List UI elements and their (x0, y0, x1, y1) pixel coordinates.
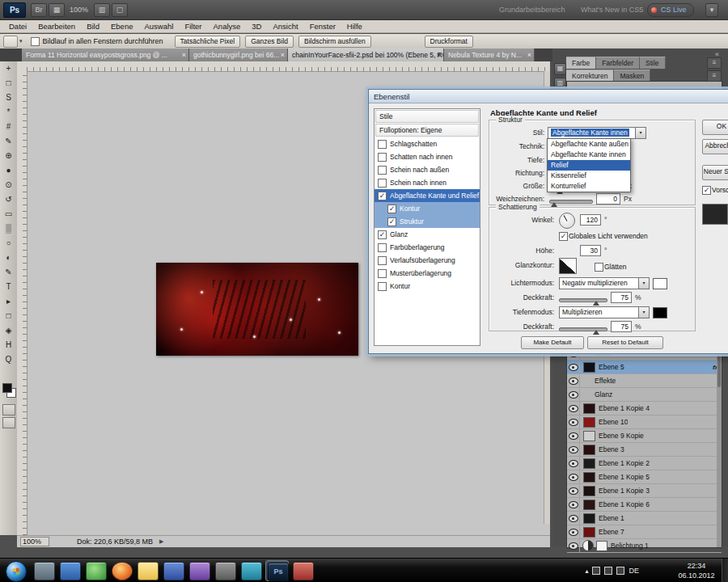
menu-bearbeiten[interactable]: Bearbeiten (32, 22, 81, 31)
highlight-color-swatch[interactable] (653, 278, 667, 289)
taskbar-app-11[interactable] (291, 560, 315, 581)
visibility-toggle[interactable] (567, 498, 580, 511)
tool-gradient[interactable]: ▒ (0, 221, 17, 236)
style-checkbox[interactable] (378, 140, 387, 149)
style-checkbox[interactable]: ✓ (378, 230, 387, 239)
doc-tab-2[interactable]: gothicbunnygirl.png bei 66... × (189, 48, 288, 61)
tool-preset-icon[interactable] (3, 36, 18, 48)
start-button[interactable] (6, 561, 27, 582)
visibility-toggle[interactable] (567, 415, 580, 428)
tab-korrekturen[interactable]: Korrekturen (566, 70, 614, 82)
make-default-button[interactable]: Make Default (521, 336, 584, 349)
tool-eraser[interactable]: ▭ (0, 207, 17, 221)
fill-screen-button[interactable]: Bildschirm ausfüllen (298, 36, 371, 48)
tool-move[interactable]: + (0, 61, 17, 76)
adjustment-icon[interactable] (582, 540, 594, 551)
adjustment-layer-row[interactable]: Belichtung 1 (567, 539, 722, 553)
taskbar-app-6[interactable] (162, 560, 185, 581)
screen-mode-icon[interactable]: ▢ (112, 3, 128, 17)
style-item-inner-shadow[interactable]: Schatten nach innen (375, 150, 480, 163)
layers-scrollbar[interactable] (717, 344, 722, 547)
tool-eyedropper[interactable]: ✎ (0, 134, 17, 149)
style-item-gradient-overlay[interactable]: Verlaufsüberlagerung (375, 254, 480, 267)
layer-thumbnail[interactable] (583, 458, 595, 469)
style-item-pattern-overlay[interactable]: Musterüberlagerung (375, 267, 480, 280)
style-checkbox[interactable]: ✓ (387, 205, 396, 213)
weichzeichnen-value-field[interactable]: 0 (596, 193, 620, 205)
layer-thumbnail[interactable] (583, 445, 595, 455)
tray-icon-1[interactable] (592, 567, 600, 575)
style-item-bevel-emboss[interactable]: ✓Abgeflachte Kante und Relief (375, 189, 480, 202)
highlight-opacity-slider[interactable] (559, 298, 607, 302)
show-desktop-button[interactable] (722, 559, 728, 582)
visibility-toggle[interactable] (567, 539, 580, 552)
visibility-toggle[interactable] (567, 443, 580, 456)
layer-thumbnail[interactable] (583, 527, 595, 538)
tray-icon-2[interactable] (604, 567, 612, 575)
status-menu-arrow-icon[interactable]: ▶ (159, 538, 163, 545)
tool-clone-stamp[interactable]: ⊙ (0, 178, 17, 192)
layer-row[interactable]: Ebene 1 Kopie 5 (567, 470, 722, 484)
menu-3d[interactable]: 3D (246, 22, 267, 31)
layer-row[interactable]: Ebene 1 Kopie 6 (567, 498, 722, 512)
photoshop-logo-icon[interactable]: Ps (3, 2, 26, 18)
global-light-checkbox[interactable]: ✓ (559, 232, 568, 241)
weichzeichnen-slider[interactable] (549, 200, 593, 204)
tool-path-select[interactable]: ▸ (0, 294, 17, 309)
view-extras-icon[interactable]: ▦ (49, 3, 65, 17)
menu-analyse[interactable]: Analyse (208, 22, 247, 31)
scroll-all-windows-checkbox[interactable] (31, 37, 40, 46)
layer-row-selected[interactable]: Ebene 5 fx (567, 361, 722, 374)
menu-filter[interactable]: Filter (179, 22, 207, 31)
layer-row[interactable]: Ebene 10 (567, 415, 722, 429)
close-tab-icon[interactable]: × (182, 48, 186, 61)
stil-combobox[interactable]: Abgeflachte Kante innen ▾ (548, 127, 646, 139)
shadow-opacity-slider[interactable] (559, 327, 607, 331)
shadow-mode-combobox[interactable]: Multiplizieren ▾ (559, 306, 650, 318)
menu-ansicht[interactable]: Ansicht (267, 22, 303, 31)
dropdown-option[interactable]: Abgeflachte Kante außen (548, 139, 630, 150)
taskbar-app-2[interactable] (58, 560, 82, 581)
highlight-mode-combobox[interactable]: Negativ multiplizieren ▾ (559, 277, 650, 289)
foreground-color-swatch[interactable] (2, 383, 12, 393)
visibility-toggle[interactable] (567, 525, 580, 538)
visibility-toggle[interactable] (567, 457, 580, 470)
tool-blur[interactable]: ○ (0, 236, 17, 251)
style-checkbox[interactable] (378, 269, 387, 278)
tab-farbfelder[interactable]: Farbfelder (596, 57, 640, 69)
style-checkbox[interactable] (378, 153, 387, 162)
style-item-outer-glow[interactable]: Schein nach außen (375, 163, 480, 176)
layer-row[interactable]: Ebene 1 Kopie 2 (567, 457, 722, 470)
effects-header-row[interactable]: Effekte (567, 374, 722, 388)
style-item-drop-shadow[interactable]: Schlagschatten (375, 137, 480, 150)
tray-icon-3[interactable] (616, 567, 624, 575)
panel-menu-icon[interactable]: ≡ (707, 57, 722, 69)
bridge-icon[interactable]: Br (31, 3, 47, 17)
tool-dodge[interactable]: ◐ (0, 251, 17, 265)
print-size-button[interactable]: Druckformat (425, 36, 473, 48)
menu-bild[interactable]: Bild (81, 22, 105, 31)
style-checkbox[interactable]: ✓ (378, 192, 387, 200)
layer-thumbnail[interactable] (583, 431, 595, 441)
tool-history-brush[interactable]: ↺ (0, 192, 17, 207)
tool-shape[interactable]: □ (0, 309, 17, 323)
visibility-toggle[interactable] (567, 402, 580, 415)
whats-new-link[interactable]: What's New in CS5 (581, 6, 643, 14)
cancel-button[interactable]: Abbrechen (702, 139, 728, 154)
taskbar-app-explorer[interactable] (136, 560, 159, 581)
preset-arrow-icon[interactable]: ▾ (19, 38, 23, 44)
window-menu-icon[interactable]: ▾ (705, 3, 718, 17)
panel-menu-icon[interactable]: ≡ (707, 70, 722, 82)
layer-row[interactable]: Ebene 9 Kopie (567, 429, 722, 443)
layer-row[interactable]: Ebene 1 (567, 512, 722, 525)
visibility-toggle[interactable] (567, 374, 580, 387)
menu-hilfe[interactable]: Hilfe (341, 22, 368, 31)
combo-arrow-icon[interactable]: ▾ (635, 128, 645, 138)
dock-icon-1[interactable]: ▦ (554, 63, 566, 75)
style-checkbox[interactable] (378, 179, 387, 188)
tool-zoom[interactable]: Q (0, 352, 17, 367)
shadow-opacity-field[interactable]: 75 (611, 321, 632, 332)
taskbar-app-firefox[interactable] (110, 560, 133, 581)
layer-row[interactable]: Ebene 3 (567, 443, 722, 457)
dropdown-option[interactable]: Abgeflachte Kante innen (548, 150, 630, 160)
